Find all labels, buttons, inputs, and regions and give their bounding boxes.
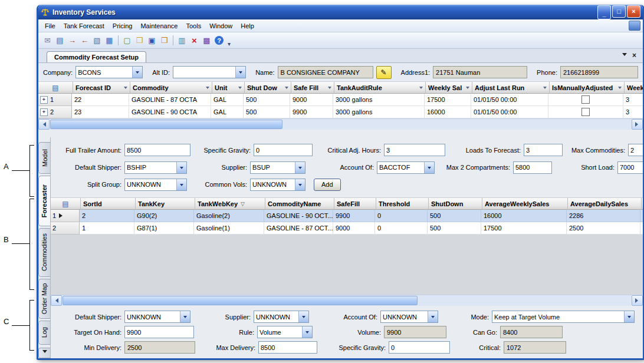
tank-grid-row-selected[interactable]: 1 2 G90(2) Gasoline(2) GASOLINE - 90 OCT… (51, 210, 643, 222)
send-icon[interactable]: → (67, 35, 78, 46)
grid-cell[interactable]: 2286 (567, 210, 640, 222)
scroll-right-icon[interactable] (632, 119, 643, 130)
mail-icon[interactable]: ✉ (42, 35, 53, 46)
grid-cell[interactable]: 1 (80, 222, 134, 235)
critical-adj-hours-input[interactable] (384, 144, 445, 156)
menu-tools[interactable]: Tools (182, 21, 205, 31)
grid-cell[interactable]: 01/01/50 00:00 (471, 94, 548, 106)
column-header-tank-web-key[interactable]: TankWebKey▽ (195, 198, 265, 210)
menu-tank-forecast[interactable]: Tank Forecast (60, 21, 109, 31)
tank-specific-gravity-input[interactable] (389, 341, 450, 354)
max-delivery-input[interactable] (258, 341, 317, 354)
grid-cell[interactable]: 3 (623, 94, 643, 106)
dropdown-icon[interactable] (428, 311, 438, 322)
grid-cell[interactable]: 0 (375, 222, 428, 235)
column-header-commodity[interactable]: Commodity (130, 82, 212, 94)
grid-cell[interactable]: 500 (428, 210, 481, 222)
side-tab-log[interactable]: Log (38, 321, 50, 345)
column-header-average-weekly-sales[interactable]: AverageWeeklySales (482, 198, 568, 210)
grid-cell[interactable]: GASOLINE - 90 OCT... (264, 210, 333, 222)
grid-cell[interactable]: 3000 gallons (333, 106, 425, 118)
company-input[interactable] (76, 67, 132, 78)
grid-cell[interactable]: 500 (244, 94, 290, 106)
common-vols-combobox[interactable] (250, 179, 305, 191)
tank-account-of-combobox[interactable] (380, 311, 438, 323)
table-icon[interactable]: ▦ (104, 35, 115, 46)
grid-cell[interactable]: G90(2) (134, 210, 194, 222)
grid-cell[interactable]: GAL (211, 106, 244, 118)
grid-cell[interactable]: G87(1) (134, 222, 194, 235)
grid-cell[interactable]: 17500 (425, 94, 471, 106)
column-header-is-manually-adjusted[interactable]: IsManuallyAdjusted (550, 82, 625, 94)
column-header-safe-fill[interactable]: SafeFill (334, 198, 376, 210)
grid-cell[interactable]: 3000 gallons (333, 94, 425, 106)
company-combobox[interactable] (75, 66, 143, 78)
side-tab-forecaster[interactable]: Forecaster (38, 176, 50, 226)
common-vols-input[interactable] (251, 179, 295, 190)
is-manually-adjusted-checkbox[interactable] (581, 95, 590, 104)
grid-cell[interactable]: GASOLINE - 90 OCTA (129, 106, 211, 118)
dropdown-icon[interactable] (295, 162, 305, 173)
grid-cell[interactable]: 16000 (481, 210, 567, 222)
is-manually-adjusted-checkbox[interactable] (581, 108, 590, 116)
side-tab-order-map[interactable]: Order Map (38, 279, 50, 319)
grid-cell[interactable]: 9000 (290, 94, 333, 106)
grid-cell[interactable] (548, 106, 623, 118)
dropdown-icon[interactable] (302, 326, 312, 338)
alt-id-dropdown-icon[interactable] (235, 67, 245, 78)
grid-cell[interactable]: 01/01/50 00:00 (471, 106, 548, 118)
scroll-left-icon[interactable] (51, 295, 62, 306)
column-header-tank-audit-rule[interactable]: TankAuditRule (334, 82, 426, 94)
tank-grid-hscrollbar[interactable] (51, 295, 643, 306)
short-load-input[interactable] (617, 161, 644, 174)
refresh-grid-icon[interactable]: ▥ (176, 35, 188, 46)
alt-id-combobox[interactable] (173, 66, 246, 78)
full-trailer-amount-input[interactable] (124, 144, 190, 156)
side-tab-overflow-button[interactable] (38, 348, 50, 358)
tank-default-shipper-input[interactable] (125, 311, 180, 322)
grid-cell[interactable] (548, 94, 623, 106)
dropdown-icon[interactable] (424, 162, 434, 173)
rule-combobox[interactable] (257, 326, 313, 338)
scroll-right-icon[interactable] (632, 295, 643, 306)
company-dropdown-icon[interactable] (132, 67, 142, 78)
delete-icon[interactable]: × (189, 35, 200, 46)
tank-supplier-combobox[interactable] (254, 311, 309, 323)
column-header-threshold[interactable]: Threshold (376, 198, 429, 210)
tank-account-of-input[interactable] (381, 311, 428, 322)
scrollbar-thumb[interactable] (63, 296, 418, 305)
grid-cell[interactable]: 500 (244, 106, 290, 118)
mode-input[interactable] (492, 311, 624, 322)
open-folder-icon[interactable]: ❒ (134, 35, 145, 46)
row-expand-icon[interactable]: + (40, 96, 48, 104)
alt-id-input[interactable] (173, 67, 235, 78)
column-header-weekly-sales[interactable]: Weekly Sal (426, 82, 472, 94)
column-header-shut-down[interactable]: Shut Dow (245, 82, 291, 94)
split-group-input[interactable] (125, 179, 176, 190)
new-document-icon[interactable]: ▢ (121, 35, 133, 46)
column-header-weeks-included[interactable]: Weeks Included (625, 82, 643, 94)
grid-cell[interactable]: Gasoline(2) (194, 210, 264, 222)
dropdown-icon[interactable] (298, 311, 308, 322)
dropdown-icon[interactable] (176, 162, 186, 173)
help-icon[interactable]: ? (215, 36, 224, 45)
grid-cell[interactable]: 2500 (567, 222, 640, 235)
grid-cell[interactable]: Gasoline(1) (194, 222, 264, 235)
field-chooser-button[interactable]: ▤ (38, 82, 73, 94)
grid-cell[interactable]: 500 (428, 222, 481, 235)
grid-cell[interactable]: 9900 (333, 210, 375, 222)
max-2-compartments-input[interactable] (513, 161, 552, 174)
minimize-button[interactable]: _ (597, 5, 611, 19)
dropdown-icon[interactable] (295, 179, 305, 190)
column-header-specific-gravity[interactable]: SpecificGravity (642, 198, 643, 210)
column-header-sort-id[interactable]: SortId (81, 198, 136, 210)
menu-help[interactable]: Help (236, 21, 258, 31)
receive-icon[interactable]: ← (79, 35, 90, 46)
menu-pricing[interactable]: Pricing (109, 21, 137, 31)
column-header-shut-down[interactable]: ShutDown (429, 198, 482, 210)
add-button[interactable]: Add (314, 179, 341, 191)
max-commodities-input[interactable] (628, 144, 644, 156)
column-header-average-daily-sales[interactable]: AverageDailySales (568, 198, 642, 210)
mode-combobox[interactable] (492, 311, 635, 323)
column-header-commodity-name[interactable]: CommodityName (265, 198, 334, 210)
